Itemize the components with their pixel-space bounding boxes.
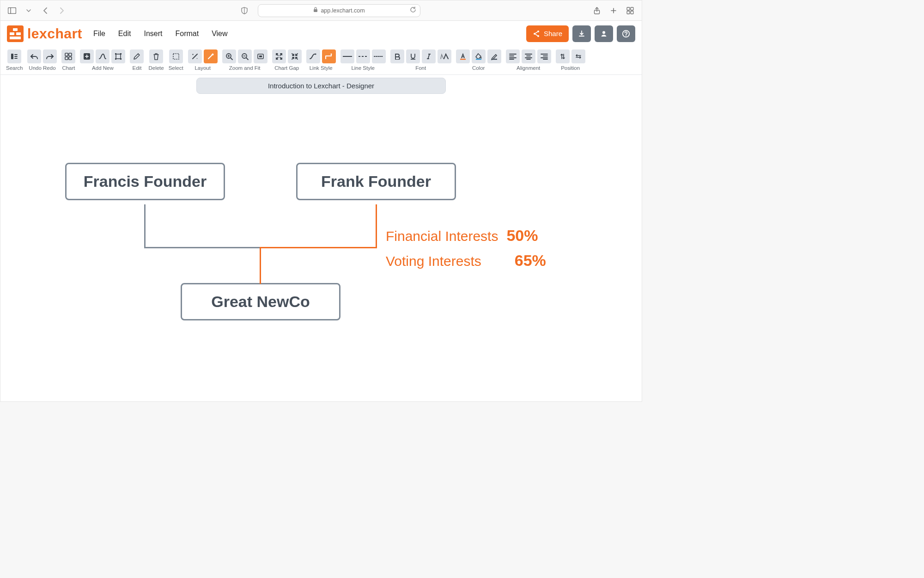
link-annotation: Financial Interests 50% Voting Interests…: [386, 223, 546, 273]
logo-mark-icon: [7, 25, 24, 42]
menu-file[interactable]: File: [93, 30, 105, 38]
canvas[interactable]: Introduction to Lexchart - Designer Fran…: [0, 75, 642, 402]
menu-edit[interactable]: Edit: [118, 30, 131, 38]
toolbar-group-search: Search: [6, 49, 23, 71]
help-button[interactable]: [617, 25, 635, 42]
node-newco[interactable]: Great NewCo: [181, 283, 340, 320]
search-panel-icon[interactable]: [7, 49, 21, 63]
undo-icon[interactable]: [27, 49, 41, 63]
forward-button[interactable]: [56, 5, 68, 17]
address-text: app.lexchart.com: [321, 7, 365, 14]
curve-link-icon[interactable]: [306, 49, 320, 63]
marquee-icon[interactable]: [169, 49, 183, 63]
svg-rect-44: [492, 59, 497, 60]
elbow-link-icon[interactable]: [322, 49, 336, 63]
toolbar-group-label: Link Style: [310, 65, 333, 71]
italic-icon[interactable]: [422, 49, 436, 63]
address-bar[interactable]: app.lexchart.com: [258, 4, 420, 17]
svg-point-9: [534, 33, 535, 35]
download-icon: [578, 30, 585, 37]
align-right-icon[interactable]: [537, 49, 551, 63]
toolbar-group-label: Undo Redo: [29, 65, 55, 71]
toolbar: SearchUndo RedoChartAdd NewEditDeleteSel…: [0, 47, 642, 75]
svg-rect-43: [476, 59, 481, 60]
share-button-label: Share: [544, 30, 562, 37]
svg-rect-16: [69, 53, 72, 56]
solid-line-icon[interactable]: [340, 49, 354, 63]
trash-icon[interactable]: [149, 49, 163, 63]
add-box-icon[interactable]: [80, 49, 94, 63]
svg-rect-0: [8, 7, 16, 13]
logo[interactable]: lexchart: [7, 25, 82, 42]
privacy-shield-icon[interactable]: [238, 5, 250, 17]
node-frank[interactable]: Frank Founder: [296, 163, 456, 200]
svg-rect-30: [259, 55, 262, 57]
svg-rect-41: [460, 59, 466, 60]
svg-rect-21: [115, 53, 116, 55]
svg-point-11: [602, 31, 605, 34]
curve-icon[interactable]: [96, 49, 109, 63]
svg-rect-18: [69, 57, 72, 60]
toolbar-group-delete: Delete: [148, 49, 164, 71]
sidebar-toggle-icon[interactable]: [6, 5, 18, 17]
align-left-icon[interactable]: [506, 49, 520, 63]
expand-icon[interactable]: [272, 49, 286, 63]
back-button[interactable]: [39, 5, 51, 17]
zoom-in-icon[interactable]: [222, 49, 236, 63]
svg-point-8: [537, 31, 539, 32]
dashed-line-icon[interactable]: [356, 49, 370, 63]
share-system-icon[interactable]: [591, 5, 603, 17]
svg-rect-6: [627, 11, 630, 14]
toolbar-group-alignment: Alignment: [506, 49, 551, 71]
svg-point-10: [537, 35, 539, 37]
chevron-down-icon[interactable]: [23, 5, 35, 17]
fill-color-icon[interactable]: [472, 49, 486, 63]
transform-icon[interactable]: [111, 49, 125, 63]
svg-line-39: [428, 54, 429, 59]
svg-rect-2: [314, 9, 317, 12]
connector-selected: [260, 247, 377, 248]
toolbar-group-label: Line Style: [351, 65, 375, 71]
toolbar-group-label: Select: [169, 65, 183, 71]
contract-icon[interactable]: [288, 49, 302, 63]
app-header: lexchart File Edit Insert Format View Sh…: [0, 21, 642, 47]
connector-selected: [260, 247, 261, 284]
menu-insert[interactable]: Insert: [144, 30, 162, 38]
menu-format[interactable]: Format: [175, 30, 199, 38]
magic-wand-icon[interactable]: [204, 49, 218, 63]
node-francis[interactable]: Francis Founder: [65, 163, 225, 200]
toolbar-group-color: Color: [456, 49, 501, 71]
bold-icon[interactable]: [390, 49, 404, 63]
toolbar-group-label: Alignment: [517, 65, 540, 71]
toolbar-group-label: Position: [561, 65, 580, 71]
new-tab-icon[interactable]: [608, 5, 620, 17]
align-center-icon[interactable]: [522, 49, 535, 63]
menu-view[interactable]: View: [212, 30, 227, 38]
tab-overview-icon[interactable]: [624, 5, 636, 17]
download-button[interactable]: [572, 25, 591, 42]
text-color-icon[interactable]: [456, 49, 470, 63]
redo-icon[interactable]: [43, 49, 57, 63]
toolbar-group-label: Font: [415, 65, 426, 71]
pencil-icon[interactable]: [130, 49, 144, 63]
underline-icon[interactable]: [406, 49, 420, 63]
account-button[interactable]: [595, 25, 613, 42]
share-button[interactable]: Share: [526, 25, 569, 42]
stroke-color-icon[interactable]: [487, 49, 501, 63]
magic-fx-icon[interactable]: ✦: [188, 49, 202, 63]
svg-rect-14: [11, 54, 13, 59]
svg-rect-20: [116, 54, 121, 59]
hreorder-icon[interactable]: [571, 49, 585, 63]
vreorder-icon[interactable]: [556, 49, 570, 63]
grid-icon[interactable]: [61, 49, 75, 63]
browser-toolbar: app.lexchart.com: [0, 0, 642, 21]
zoom-out-icon[interactable]: [238, 49, 252, 63]
textsize-icon[interactable]: [438, 49, 451, 63]
person-icon: [600, 30, 608, 37]
lock-icon: [313, 7, 318, 14]
document-tab[interactable]: Introduction to Lexchart - Designer: [196, 78, 446, 94]
help-icon: [622, 30, 630, 38]
dotted-line-icon[interactable]: [372, 49, 386, 63]
reload-icon[interactable]: [410, 6, 416, 14]
fit-icon[interactable]: [254, 49, 267, 63]
